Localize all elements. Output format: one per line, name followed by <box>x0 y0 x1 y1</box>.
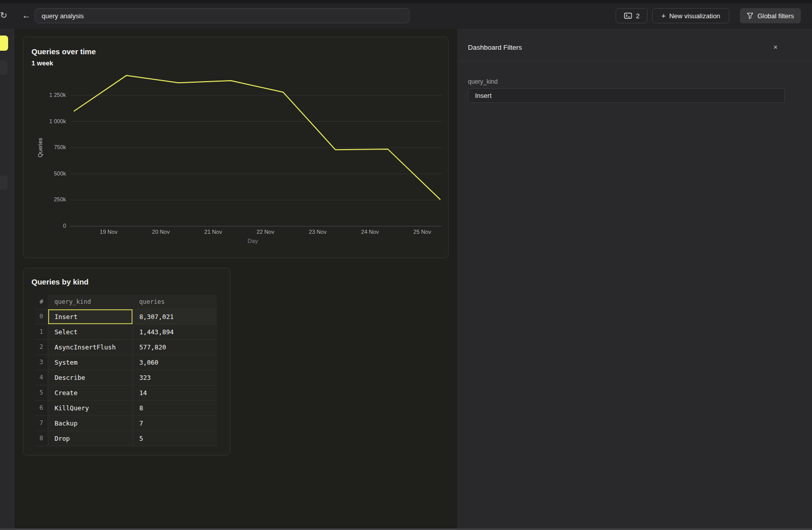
row-index-cell[interactable]: 0 <box>35 309 48 324</box>
query-kind-cell[interactable]: Describe <box>48 370 132 385</box>
row-index-cell[interactable]: 1 <box>35 324 48 339</box>
queries-count-cell[interactable]: 323 <box>132 370 217 385</box>
dashboard-filters-panel: Dashboard Filters × query_kind Insert <box>457 29 812 530</box>
table-header-row: # query_kind queries <box>35 295 217 309</box>
dashboard-canvas: Queries over time 1 week 1 250k1 000k750… <box>14 29 457 530</box>
row-index-cell[interactable]: 5 <box>35 385 48 400</box>
global-filters-label: Global filters <box>757 12 794 20</box>
row-index-cell[interactable]: 4 <box>35 370 48 385</box>
column-header-query-kind: query_kind <box>48 295 132 309</box>
row-index-cell[interactable]: 3 <box>35 355 48 370</box>
y-axis-tick-label: 1 250k <box>30 92 66 98</box>
new-visualization-label: New visualization <box>669 12 720 20</box>
queries-count-cell[interactable]: 3,060 <box>132 355 217 370</box>
x-axis-title: Day <box>232 238 273 244</box>
y-axis-tick-label: 250k <box>30 196 66 202</box>
query-tabs-button[interactable]: 2 <box>616 8 648 23</box>
query-kind-cell[interactable]: Backup <box>48 415 132 431</box>
table-row[interactable]: 5Create14 <box>35 385 217 400</box>
refresh-icon[interactable]: ↻ <box>0 10 9 21</box>
x-axis-tick-label: 20 Nov <box>143 229 179 235</box>
new-visualization-button[interactable]: + New visualization <box>652 8 729 23</box>
table-row[interactable]: 0Insert8,307,021 <box>35 309 217 324</box>
table-row[interactable]: 3System3,060 <box>35 355 217 370</box>
queries-count-cell[interactable]: 577,820 <box>132 339 217 355</box>
query-kind-cell[interactable]: Drop <box>48 431 132 446</box>
row-index-cell[interactable]: 2 <box>35 339 48 355</box>
x-axis-tick-label: 21 Nov <box>195 229 231 235</box>
queries-over-time-card: Queries over time 1 week 1 250k1 000k750… <box>23 37 449 258</box>
rail-item-active[interactable] <box>0 36 8 51</box>
table-title: Queries by kind <box>31 277 89 286</box>
left-rail <box>0 29 14 530</box>
y-axis-tick-label: 0 <box>30 223 66 229</box>
y-axis-title: Queries <box>37 138 43 158</box>
column-header-queries: queries <box>132 295 217 309</box>
panel-divider <box>457 61 812 61</box>
x-axis-tick-label: 22 Nov <box>248 229 283 235</box>
y-axis-tick-label: 500k <box>30 170 66 176</box>
table-row[interactable]: 1Select1,443,894 <box>35 324 217 339</box>
global-filters-button[interactable]: Global filters <box>740 8 801 23</box>
tab-count: 2 <box>636 12 639 20</box>
table-row[interactable]: 7Backup7 <box>35 415 217 431</box>
filter-funnel-icon <box>747 12 754 19</box>
console-icon <box>624 12 632 20</box>
queries-count-cell[interactable]: 8 <box>132 400 217 415</box>
filter-field-label: query_kind <box>468 78 498 85</box>
row-index-cell[interactable]: 6 <box>35 400 48 415</box>
table-row[interactable]: 4Describe323 <box>35 370 217 385</box>
table-row[interactable]: 8Drop5 <box>35 431 217 446</box>
query-kind-cell[interactable]: Insert <box>48 309 132 324</box>
row-index-cell[interactable]: 8 <box>35 431 48 446</box>
rail-item[interactable] <box>0 60 8 75</box>
table-row[interactable]: 2AsyncInsertFlush577,820 <box>35 339 217 355</box>
query-kind-cell[interactable]: Create <box>48 385 132 400</box>
close-icon[interactable]: × <box>770 42 781 52</box>
y-axis-tick-label: 1 000k <box>30 118 66 124</box>
plus-icon: + <box>661 11 666 20</box>
x-axis-tick-label: 23 Nov <box>300 229 335 235</box>
queries-count-cell[interactable]: 14 <box>132 385 217 400</box>
query-kind-cell[interactable]: KillQuery <box>48 400 132 415</box>
table-row[interactable]: 6KillQuery8 <box>35 400 217 415</box>
x-axis-tick-label: 25 Nov <box>404 229 440 235</box>
query-kind-filter-select[interactable]: Insert <box>468 88 785 103</box>
queries-over-time-line-chart <box>23 37 449 259</box>
queries-count-cell[interactable]: 1,443,894 <box>132 324 217 339</box>
queries-by-kind-card: Queries by kind # query_kind queries 0In… <box>23 268 230 455</box>
queries-count-cell[interactable]: 5 <box>132 431 217 446</box>
queries-count-cell[interactable]: 8,307,021 <box>132 309 217 324</box>
filters-panel-title: Dashboard Filters <box>468 44 522 51</box>
query-kind-cell[interactable]: Select <box>48 324 132 339</box>
column-header-index: # <box>35 295 48 309</box>
dashboard-title-input[interactable] <box>35 8 410 23</box>
x-axis-tick-label: 19 Nov <box>91 229 126 235</box>
back-button[interactable]: ← <box>20 10 32 22</box>
row-index-cell[interactable]: 7 <box>35 415 48 431</box>
x-axis-tick-label: 24 Nov <box>352 229 388 235</box>
rail-item[interactable] <box>0 175 8 190</box>
query-kind-cell[interactable]: AsyncInsertFlush <box>48 339 132 355</box>
y-axis-tick-label: 750k <box>30 144 66 150</box>
query-kind-cell[interactable]: System <box>48 355 132 370</box>
queries-count-cell[interactable]: 7 <box>132 415 217 431</box>
queries-by-kind-table: # query_kind queries 0Insert8,307,0211Se… <box>35 295 217 446</box>
topbar: ↻ ← 2 + New visualization Global filters <box>0 3 812 29</box>
